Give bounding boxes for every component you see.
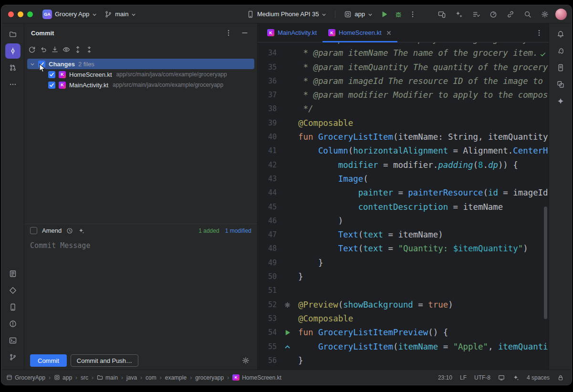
line-number[interactable]: 51 bbox=[258, 284, 277, 298]
line-number[interactable]: 56 bbox=[258, 354, 277, 368]
run-configuration-selector[interactable]: app bbox=[340, 8, 376, 21]
line-number[interactable]: 57 bbox=[258, 368, 277, 370]
line-number[interactable]: 43 bbox=[258, 172, 277, 186]
caret-position[interactable]: 23:10 bbox=[438, 374, 452, 381]
line-number[interactable]: 45 bbox=[258, 200, 277, 214]
commit-settings-button[interactable] bbox=[240, 355, 251, 366]
editor-tab[interactable]: KHomeScreen.kt bbox=[323, 23, 397, 42]
indent-config[interactable]: 4 spaces bbox=[527, 374, 550, 381]
editor-scrollbar[interactable] bbox=[544, 206, 547, 319]
version-control-button[interactable] bbox=[5, 350, 21, 365]
breadcrumb-item[interactable]: main bbox=[97, 374, 118, 381]
amend-checkbox[interactable] bbox=[30, 227, 37, 234]
line-number[interactable]: 53 bbox=[258, 312, 277, 326]
shelve-button[interactable] bbox=[49, 44, 61, 55]
breadcrumb-item[interactable]: app bbox=[54, 374, 72, 381]
logcat-button[interactable] bbox=[5, 266, 21, 281]
changed-file-row[interactable]: KMainActivity.ktapp/src/main/java/com/ex… bbox=[27, 80, 254, 90]
line-number[interactable]: 39 bbox=[258, 116, 277, 130]
pull-requests-button[interactable] bbox=[5, 60, 21, 75]
line-number[interactable]: 42 bbox=[258, 158, 277, 172]
refresh-button[interactable] bbox=[26, 44, 38, 55]
minimize-window-button[interactable] bbox=[18, 11, 23, 17]
navigate-up-icon[interactable] bbox=[284, 344, 291, 350]
line-number[interactable]: 34 bbox=[258, 46, 277, 60]
breadcrumb-item[interactable]: src bbox=[81, 374, 88, 381]
file-checkbox[interactable] bbox=[48, 82, 55, 89]
file-checkbox[interactable] bbox=[48, 71, 55, 78]
rollback-button[interactable] bbox=[38, 44, 49, 55]
preview-settings-icon[interactable] bbox=[284, 302, 291, 308]
inspections-ok-icon[interactable] bbox=[540, 51, 546, 58]
code-area[interactable]: 33 * A composable that displays a single… bbox=[258, 42, 549, 370]
line-number[interactable]: 38 bbox=[258, 102, 277, 116]
breadcrumb-item[interactable]: java bbox=[126, 374, 137, 381]
gradle-button[interactable] bbox=[553, 43, 568, 59]
problems-button[interactable] bbox=[5, 316, 21, 331]
commit-message-input[interactable]: Commit Message bbox=[24, 237, 257, 351]
changelist-checkbox[interactable] bbox=[38, 61, 45, 68]
line-number[interactable]: 46 bbox=[258, 214, 277, 228]
device-mirror-button[interactable] bbox=[435, 8, 448, 21]
commit-button[interactable] bbox=[5, 43, 21, 59]
profiler-button[interactable] bbox=[487, 8, 500, 21]
line-number[interactable]: 35 bbox=[258, 61, 277, 74]
gemini-cursor-button[interactable] bbox=[452, 8, 466, 21]
line-number[interactable]: 55 bbox=[258, 340, 277, 354]
branch-widget[interactable]: main bbox=[101, 8, 140, 21]
device-manager-button[interactable] bbox=[5, 299, 21, 315]
settings-gear-button[interactable] bbox=[538, 8, 552, 21]
breadcrumb-item[interactable]: example bbox=[165, 374, 187, 381]
line-number[interactable]: 36 bbox=[258, 74, 277, 88]
line-number[interactable]: 44 bbox=[258, 186, 277, 200]
diff-preview-button[interactable] bbox=[61, 44, 72, 55]
breadcrumb-item[interactable]: com bbox=[146, 374, 156, 381]
hide-tool-window-button[interactable] bbox=[239, 27, 250, 39]
file-encoding[interactable]: UTF-8 bbox=[474, 374, 490, 381]
line-number[interactable]: 41 bbox=[258, 144, 277, 158]
notifications-bell-button[interactable] bbox=[553, 27, 568, 42]
terminal-button[interactable] bbox=[5, 333, 21, 348]
history-clock-button[interactable] bbox=[66, 227, 73, 234]
task-list-button[interactable] bbox=[469, 8, 483, 21]
commit-and-push-button[interactable]: Commit and Push… bbox=[71, 354, 138, 367]
line-number[interactable]: 40 bbox=[258, 130, 277, 144]
editor-tab[interactable]: KMainActivity.kt bbox=[261, 23, 323, 42]
readonly-lock[interactable] bbox=[557, 374, 564, 381]
line-separator[interactable]: LF bbox=[460, 374, 467, 381]
project-folder-button[interactable] bbox=[5, 27, 21, 42]
gemini-button[interactable] bbox=[553, 93, 568, 109]
screen-widget[interactable] bbox=[498, 374, 505, 381]
ai-status[interactable] bbox=[512, 374, 519, 381]
user-avatar[interactable] bbox=[555, 9, 567, 20]
changed-file-row[interactable]: KHomeScreen.ktapp/src/main/java/com/exam… bbox=[27, 69, 254, 80]
breadcrumb-item[interactable]: GroceryApp bbox=[6, 374, 45, 381]
expand-all-button[interactable] bbox=[72, 44, 83, 55]
line-number[interactable]: 50 bbox=[258, 270, 277, 284]
more-horizontal-button[interactable] bbox=[5, 77, 21, 92]
commit-options-button[interactable] bbox=[223, 27, 234, 39]
breadcrumb-item[interactable]: groceryapp bbox=[195, 374, 224, 381]
commit-button[interactable]: Commit bbox=[30, 354, 67, 367]
device-pairing-button[interactable] bbox=[504, 8, 517, 21]
resource-manager-button[interactable] bbox=[553, 77, 568, 92]
ai-sparkle-button[interactable] bbox=[78, 227, 84, 234]
search-button[interactable] bbox=[521, 8, 534, 21]
zoom-window-button[interactable] bbox=[27, 11, 33, 17]
editor-options-button[interactable] bbox=[533, 27, 545, 39]
debug-button[interactable] bbox=[392, 8, 405, 21]
run-preview-icon[interactable] bbox=[284, 330, 291, 336]
expand-chevron-icon[interactable] bbox=[30, 62, 35, 67]
line-number[interactable]: 52 bbox=[258, 298, 277, 312]
device-selector[interactable]: Medium Phone API 35 bbox=[243, 8, 330, 21]
more-run-options-button[interactable] bbox=[406, 8, 419, 21]
line-number[interactable]: 37 bbox=[258, 88, 277, 102]
changelist-row[interactable]: Changes 2 files bbox=[27, 59, 254, 69]
line-number[interactable]: 47 bbox=[258, 228, 277, 242]
breadcrumb-item[interactable]: KHomeScreen.kt bbox=[232, 374, 281, 381]
device-explorer-button[interactable] bbox=[553, 60, 568, 75]
collapse-all-button[interactable] bbox=[83, 44, 95, 55]
close-window-button[interactable] bbox=[8, 11, 14, 17]
project-widget[interactable]: GA Grocery App bbox=[39, 8, 101, 21]
line-number[interactable]: 48 bbox=[258, 242, 277, 256]
